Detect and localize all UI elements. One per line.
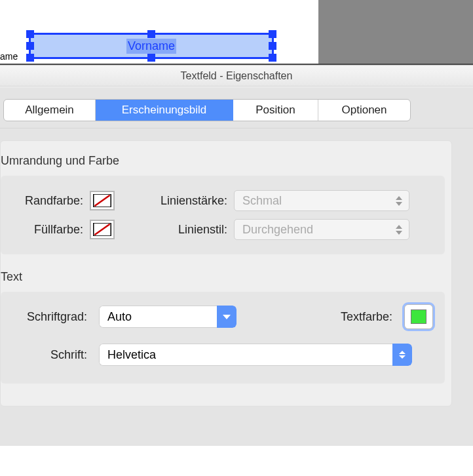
resize-handle-bottom-right[interactable] <box>269 54 276 62</box>
tab-position[interactable]: Position <box>233 100 318 121</box>
selected-form-field[interactable]: Vorname <box>29 33 274 59</box>
label-font: Schrift: <box>7 348 94 362</box>
resize-handle-middle-left[interactable] <box>26 42 34 50</box>
group-border-and-color: Randfarbe: Linienstärke: Schmal Füllfarb… <box>1 176 445 254</box>
group-title-border: Umrandung und Farbe <box>1 141 451 176</box>
resize-handle-middle-right[interactable] <box>269 42 276 50</box>
label-line-width: Linienstärke: <box>115 194 234 208</box>
resize-handle-bottom-center[interactable] <box>147 54 155 62</box>
adjacent-field-label: ame <box>0 51 18 62</box>
chevron-down-icon <box>217 306 236 328</box>
tab-options[interactable]: Optionen <box>318 100 410 121</box>
resize-handle-top-center[interactable] <box>147 30 155 38</box>
tab-appearance[interactable]: Erscheinungsbild <box>96 100 233 121</box>
resize-handle-top-left[interactable] <box>26 30 34 38</box>
no-color-icon <box>93 223 111 236</box>
window-titlebar[interactable]: Textfeld - Eigenschaften <box>0 66 473 87</box>
line-width-value: Schmal <box>242 194 282 208</box>
label-text-color: Textfarbe: <box>341 310 399 324</box>
line-style-select[interactable]: Durchgehend <box>234 219 409 240</box>
text-color-well[interactable] <box>404 304 433 329</box>
label-line-style: Linienstil: <box>115 223 234 237</box>
properties-window: Textfeld - Eigenschaften Allgemein Ersch… <box>0 65 473 446</box>
border-color-swatch[interactable] <box>90 191 115 210</box>
group-title-text: Text <box>1 257 451 292</box>
fill-color-swatch[interactable] <box>90 220 115 239</box>
line-width-select[interactable]: Schmal <box>234 190 409 211</box>
font-size-value: Auto <box>107 310 132 324</box>
no-color-icon <box>93 194 111 207</box>
label-border-color: Randfarbe: <box>7 194 90 208</box>
selected-field-name: Vorname <box>126 39 176 54</box>
font-size-select[interactable]: Auto <box>99 306 236 328</box>
font-value: Helvetica <box>107 348 156 362</box>
group-text: Schriftgrad: Auto Textfarbe: Schrift: <box>1 292 445 384</box>
properties-tabs: Allgemein Erscheinungsbild Position Opti… <box>3 99 411 121</box>
canvas-divider <box>0 64 473 65</box>
resize-handle-bottom-left[interactable] <box>26 54 34 62</box>
canvas-outside-page <box>318 0 473 65</box>
document-canvas[interactable]: ame Vorname <box>0 0 473 65</box>
label-font-size: Schriftgrad: <box>7 310 94 324</box>
text-color-chip <box>411 309 426 324</box>
resize-handle-top-right[interactable] <box>269 30 276 38</box>
chevron-updown-icon <box>392 344 412 366</box>
tab-general[interactable]: Allgemein <box>4 100 96 121</box>
line-style-value: Durchgehend <box>242 223 313 237</box>
window-title: Textfeld - Eigenschaften <box>181 70 293 82</box>
label-fill-color: Füllfarbe: <box>7 223 90 237</box>
font-select[interactable]: Helvetica <box>99 344 412 366</box>
chevron-updown-icon <box>396 222 405 237</box>
chevron-updown-icon <box>396 193 405 208</box>
